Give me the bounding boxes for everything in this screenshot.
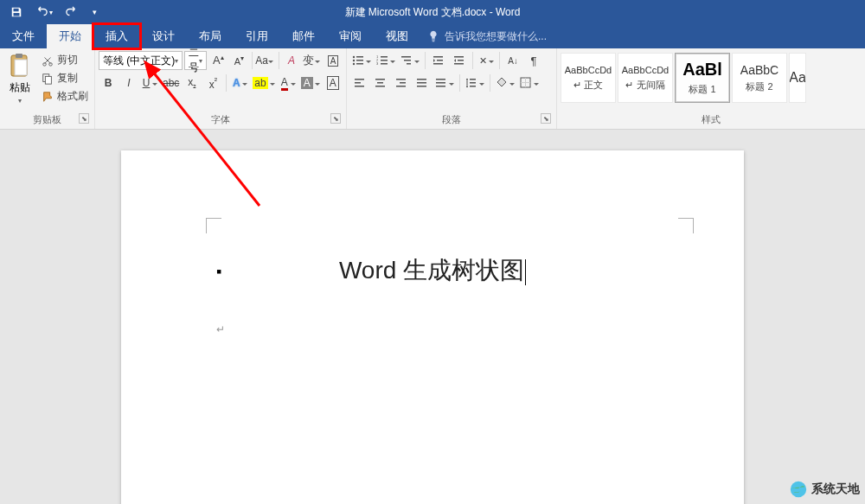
svg-rect-10	[356, 60, 363, 61]
align-center-button[interactable]	[371, 73, 390, 93]
align-center-icon	[375, 77, 387, 89]
tab-layout[interactable]: 布局	[187, 24, 234, 48]
svg-rect-8	[356, 56, 363, 58]
multilevel-list-button[interactable]	[399, 51, 421, 70]
clipboard-launcher[interactable]: ⬊	[79, 113, 89, 124]
svg-point-9	[353, 60, 355, 61]
ribbon-tabs: 文件 开始 插入 设计 布局 引用 邮件 审阅 视图 告诉我您想要做什么...	[0, 24, 865, 48]
undo-icon	[35, 6, 48, 18]
tab-insert[interactable]: 插入	[93, 24, 140, 48]
shading-icon	[496, 77, 508, 89]
shading-button[interactable]	[494, 73, 516, 93]
svg-rect-30	[355, 86, 364, 87]
underline-button[interactable]: U	[140, 73, 159, 93]
style-heading2[interactable]: AaBbC 标题 2	[732, 53, 787, 103]
paragraph-mark: ↵	[216, 323, 225, 335]
paste-button[interactable]: 粘贴 ▾	[3, 51, 36, 106]
svg-rect-39	[417, 86, 426, 87]
customize-qat-button[interactable]: ▾	[88, 2, 100, 22]
svg-rect-42	[436, 86, 445, 87]
svg-rect-23	[437, 60, 443, 61]
watermark-globe-icon	[789, 480, 808, 499]
svg-rect-32	[377, 82, 383, 84]
style-heading1[interactable]: AaBl 标题 1	[675, 53, 730, 103]
undo-button[interactable]: ▾	[33, 2, 55, 22]
svg-rect-19	[401, 56, 411, 58]
svg-rect-1	[16, 54, 22, 58]
distributed-button[interactable]	[433, 73, 456, 93]
format-painter-button[interactable]: 格式刷	[39, 87, 91, 105]
highlight-button[interactable]: ab	[251, 73, 276, 93]
character-shading-button[interactable]: A	[299, 73, 322, 93]
window-title: 新建 Microsoft Word 文档.docx - Word	[345, 5, 521, 20]
bullets-button[interactable]	[350, 51, 373, 70]
copy-button[interactable]: 复制	[39, 69, 91, 87]
bold-button[interactable]: B	[99, 73, 118, 93]
tab-references[interactable]: 引用	[234, 24, 280, 48]
tab-review[interactable]: 审阅	[327, 24, 374, 48]
phonetic-guide-button[interactable]: 变	[303, 51, 322, 70]
align-left-icon	[354, 77, 366, 89]
font-color-button[interactable]: A	[279, 73, 298, 93]
character-border-button[interactable]: A	[324, 73, 343, 93]
page[interactable]: ▪ Word 生成树状图 ↵	[121, 150, 744, 504]
svg-rect-41	[436, 82, 445, 84]
title-bar: ▾ ▾ 新建 Microsoft Word 文档.docx - Word	[0, 0, 865, 24]
svg-rect-21	[407, 63, 411, 65]
style-more[interactable]: Aa	[789, 53, 806, 103]
align-left-button[interactable]	[350, 73, 369, 93]
show-marks-button[interactable]: ¶	[524, 51, 543, 70]
svg-rect-44	[470, 82, 476, 84]
borders-button[interactable]	[518, 73, 541, 93]
shrink-font-button[interactable]: A▾	[229, 51, 248, 70]
document-heading[interactable]: Word 生成树状图	[121, 254, 744, 287]
tab-home[interactable]: 开始	[47, 24, 93, 48]
svg-rect-6	[45, 76, 51, 84]
style-no-spacing[interactable]: AaBbCcDd ↵ 无间隔	[618, 53, 673, 103]
font-size-combo[interactable]: 二号▾	[184, 51, 207, 70]
group-clipboard: 粘贴 ▾ 剪切 复制 格式刷 剪贴板 ⬊	[0, 48, 95, 129]
strikethrough-button[interactable]: abc	[161, 73, 181, 93]
save-button[interactable]	[5, 2, 28, 22]
svg-point-11	[353, 63, 355, 65]
font-name-combo[interactable]: 等线 (中文正文)▾	[99, 51, 183, 70]
svg-rect-29	[355, 82, 361, 84]
asian-layout-button[interactable]: ✕	[477, 51, 496, 70]
numbering-button[interactable]: 123	[375, 51, 397, 70]
multilevel-icon	[400, 54, 413, 67]
tab-design[interactable]: 设计	[140, 24, 187, 48]
font-launcher[interactable]: ⬊	[330, 113, 341, 124]
svg-rect-28	[355, 79, 364, 80]
style-normal[interactable]: AaBbCcDd ↵ 正文	[561, 53, 616, 103]
group-label-paragraph: 段落 ⬊	[350, 112, 553, 129]
tell-me-search[interactable]: 告诉我您想要做什么...	[420, 24, 554, 48]
italic-button[interactable]: I	[119, 73, 138, 93]
clear-formatting-button[interactable]: A	[282, 51, 301, 70]
tab-view[interactable]: 视图	[374, 24, 420, 48]
numbering-icon: 123	[376, 54, 388, 67]
enclose-characters-button[interactable]: A	[324, 51, 343, 70]
svg-rect-18	[381, 63, 388, 65]
increase-indent-button[interactable]	[450, 51, 469, 70]
justify-button[interactable]	[413, 73, 432, 93]
svg-rect-45	[470, 86, 476, 87]
paragraph-launcher[interactable]: ⬊	[541, 113, 551, 124]
paste-icon	[8, 53, 32, 79]
justify-icon	[416, 77, 428, 89]
decrease-indent-button[interactable]	[429, 51, 448, 70]
line-spacing-button[interactable]	[464, 73, 486, 93]
svg-rect-20	[404, 60, 411, 61]
redo-button[interactable]	[61, 2, 83, 22]
subscript-button[interactable]: x₂	[183, 73, 202, 93]
grow-font-button[interactable]: A▴	[208, 51, 227, 70]
change-case-button[interactable]: Aa	[256, 51, 275, 70]
cut-button[interactable]: 剪切	[39, 51, 91, 69]
sort-button[interactable]: A↓	[503, 51, 522, 70]
superscript-button[interactable]: x²	[203, 73, 222, 93]
svg-rect-37	[417, 79, 426, 80]
tab-mailings[interactable]: 邮件	[280, 24, 327, 48]
document-area[interactable]: ▪ Word 生成树状图 ↵	[0, 130, 865, 504]
tab-file[interactable]: 文件	[0, 24, 47, 48]
text-effects-button[interactable]: A	[230, 73, 249, 93]
align-right-button[interactable]	[392, 73, 411, 93]
